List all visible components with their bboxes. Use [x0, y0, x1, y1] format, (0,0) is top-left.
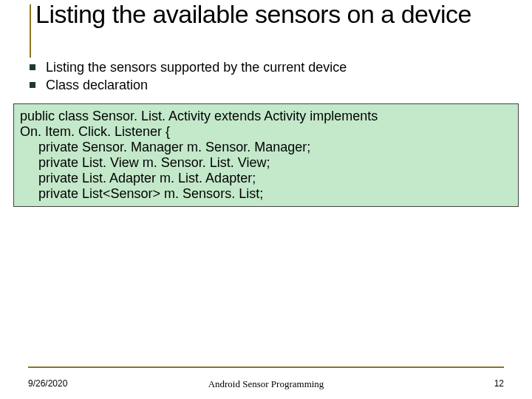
slide-title: Listing the available sensors on a devic… — [35, 0, 508, 28]
code-block: public class Sensor. List. Activity exte… — [13, 103, 519, 207]
slide: Listing the available sensors on a devic… — [0, 0, 532, 399]
bullet-icon — [30, 64, 35, 70]
code-line: On. Item. Click. Listener { — [20, 124, 512, 140]
bullet-text: Class declaration — [46, 77, 148, 93]
code-line: private List. Adapter m. List. Adapter; — [20, 171, 512, 186]
footer: 9/26/2020 Android Sensor Programming 12 — [28, 378, 504, 389]
code-line: private List<Sensor> m. Sensors. List; — [20, 186, 512, 202]
title-accent-rule — [30, 4, 31, 58]
list-item: Listing the sensors supported by the cur… — [30, 59, 502, 75]
code-line: private Sensor. Manager m. Sensor. Manag… — [20, 140, 512, 155]
code-line: public class Sensor. List. Activity exte… — [20, 109, 512, 124]
bullet-icon — [30, 82, 35, 88]
bullet-text: Listing the sensors supported by the cur… — [46, 59, 347, 75]
list-item: Class declaration — [30, 77, 502, 93]
code-line: private List. View m. Sensor. List. View… — [20, 155, 512, 171]
footer-rule — [28, 366, 504, 368]
bullet-list: Listing the sensors supported by the cur… — [30, 59, 502, 95]
footer-title: Android Sensor Programming — [28, 378, 504, 390]
